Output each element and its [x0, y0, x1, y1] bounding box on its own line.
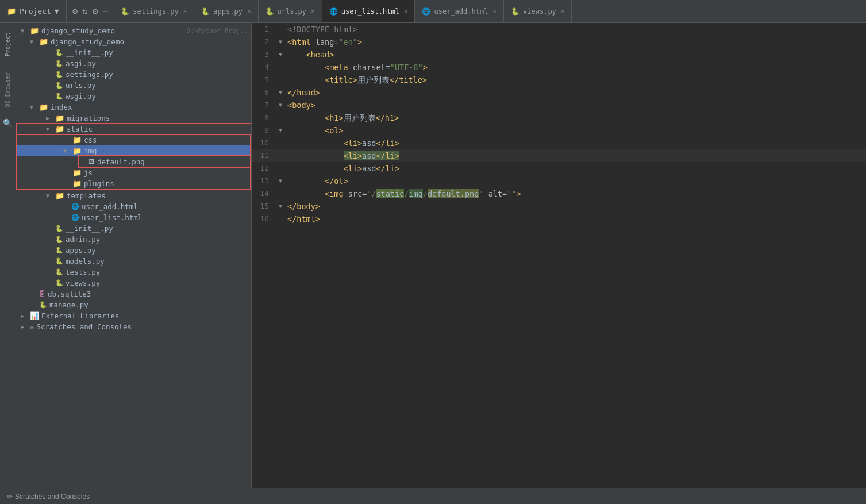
top-bar: 📁 Project ▼ ⊕ ⇅ ⚙ − 🐍 settings.py ✕ 🐍 ap…	[0, 0, 866, 23]
py-icon: 🐍	[55, 93, 63, 100]
tree-file-manage[interactable]: 🐍 manage.py	[16, 299, 251, 310]
scratches-icon: ✏	[7, 493, 13, 501]
tree-arrow	[30, 39, 37, 45]
py-icon: 🐍	[55, 60, 63, 67]
project-panel-icon[interactable]: Project	[3, 28, 12, 61]
file-tree: 📁 django_study_demo D:\Python_Proj... 📁 …	[16, 23, 252, 488]
add-icon[interactable]: ⊕	[72, 6, 78, 17]
tree-file-user-list-html[interactable]: 🌐 user_list.html	[16, 212, 251, 223]
minimize-icon[interactable]: −	[103, 6, 109, 17]
py-icon: 🐍	[55, 257, 63, 265]
scratches-label: Scratches and Consoles	[15, 493, 90, 501]
py-icon: 🐍	[265, 7, 274, 16]
py-icon: 🐍	[121, 7, 129, 16]
tree-arrow	[46, 115, 53, 121]
scratches-and-consoles[interactable]: ✏ Scratches and Consoles	[0, 493, 97, 501]
tree-root[interactable]: 📁 django_study_demo D:\Python_Proj...	[16, 25, 251, 36]
code-line-4: 4 <meta charset="UTF-8">	[252, 61, 866, 74]
py-icon: 🐍	[55, 82, 63, 89]
tab-user-add-html[interactable]: 🌐 user_add.html ✕	[415, 0, 504, 22]
tree-folder-django[interactable]: 📁 django_study_demo	[16, 36, 251, 47]
png-file-row: 🖼 default.png	[17, 156, 250, 167]
static-box-group: 📁 css 📁 img 🖼 default.png	[16, 134, 251, 190]
tree-file-asgi[interactable]: 🐍 asgi.py	[16, 58, 251, 69]
tree-file-wsgi[interactable]: 🐍 wsgi.py	[16, 91, 251, 102]
close-tab-views[interactable]: ✕	[561, 7, 565, 15]
bottom-bar: ✏ Scratches and Consoles	[0, 488, 866, 504]
folder-icon: 📁	[30, 26, 39, 35]
tree-file-default-png[interactable]: 🖼 default.png	[79, 156, 250, 167]
tree-file-init[interactable]: 🐍 __init__.py	[16, 47, 251, 58]
py-icon: 🐍	[55, 247, 63, 254]
tree-arrow	[63, 148, 70, 154]
folder-icon: 📁	[39, 103, 48, 111]
main-area: Project DB Browser 🔍 📁 django_study_demo…	[0, 23, 866, 488]
code-line-3: 3 ▼ <head>	[252, 48, 866, 61]
db-icon: 🗄	[39, 290, 45, 298]
code-line-6: 6 ▼ </head>	[252, 86, 866, 99]
tree-file-urls[interactable]: 🐍 urls.py	[16, 80, 251, 91]
tabs-bar: 🐍 settings.py ✕ 🐍 apps.py ✕ 🐍 urls.py ✕ …	[114, 0, 866, 22]
close-tab-apps[interactable]: ✕	[247, 7, 251, 15]
top-toolbar: ⊕ ⇅ ⚙ −	[67, 6, 114, 17]
tree-file-models[interactable]: 🐍 models.py	[16, 256, 251, 267]
scratches-label: Scratches and Consoles	[37, 322, 251, 331]
tree-external-libs[interactable]: 📊 External Libraries	[16, 310, 251, 321]
tab-urls[interactable]: 🐍 urls.py ✕	[259, 0, 322, 22]
tree-folder-css[interactable]: 📁 css	[17, 134, 250, 145]
code-line-5: 5 <title>用户列表</title>	[252, 74, 866, 86]
tree-file-index-init[interactable]: 🐍 __init__.py	[16, 223, 251, 234]
code-line-16: 16 </html>	[252, 213, 866, 225]
folder-icon: 📊	[30, 311, 39, 320]
folder-icon: 📁	[55, 191, 64, 200]
folder-icon: 📁	[72, 179, 82, 188]
db-browser-icon[interactable]: DB Browser	[3, 68, 12, 111]
py-icon: 🐍	[55, 236, 63, 243]
tree-file-tests[interactable]: 🐍 tests.py	[16, 267, 251, 278]
tree-file-db[interactable]: 🗄 db.sqlite3	[16, 288, 251, 299]
tree-file-settings[interactable]: 🐍 settings.py	[16, 69, 251, 80]
tree-arrow	[30, 104, 37, 110]
tree-file-apps[interactable]: 🐍 apps.py	[16, 245, 251, 256]
close-tab-urls[interactable]: ✕	[311, 7, 315, 15]
tree-folder-js[interactable]: 📁 js	[17, 167, 250, 178]
settings-icon[interactable]: ⚙	[93, 6, 98, 17]
tab-apps[interactable]: 🐍 apps.py ✕	[194, 0, 258, 22]
code-editor[interactable]: 1 <!DOCTYPE html> 2 ▼ <html lang="en"> 3…	[252, 23, 866, 488]
folder-icon: 📁	[39, 37, 48, 46]
tree-folder-templates[interactable]: 📁 templates	[16, 190, 251, 201]
close-tab-user-add[interactable]: ✕	[492, 7, 496, 15]
tree-folder-static[interactable]: 📁 static	[16, 124, 251, 134]
py-icon: 🐍	[55, 268, 63, 276]
close-tab-user-list[interactable]: ✕	[404, 7, 408, 15]
folder-icon: 📁	[72, 147, 82, 155]
tree-arrow	[21, 324, 28, 330]
code-line-7: 7 ▼ <body>	[252, 99, 866, 111]
tab-views[interactable]: 🐍 views.py ✕	[504, 0, 572, 22]
code-line-2: 2 ▼ <html lang="en">	[252, 36, 866, 48]
tab-settings[interactable]: 🐍 settings.py ✕	[114, 0, 194, 22]
static-selection-area: 📁 static 📁 css 📁 img	[16, 124, 251, 190]
tree-file-user-add-html[interactable]: 🌐 user_add.html	[16, 201, 251, 212]
layout-icon[interactable]: ⇅	[82, 6, 88, 17]
close-tab-settings[interactable]: ✕	[183, 7, 187, 15]
code-line-12: 12 <li>asd</li>	[252, 162, 866, 175]
tree-folder-plugins[interactable]: 📁 plugins	[17, 178, 250, 190]
tree-arrow	[46, 193, 53, 199]
project-dropdown[interactable]: 📁 Project ▼	[0, 0, 67, 22]
code-line-15: 15 ▼ </body>	[252, 200, 866, 213]
folder-icon: 📁	[55, 114, 64, 122]
tree-folder-img[interactable]: 📁 img	[17, 145, 250, 156]
py-icon: 🐍	[39, 301, 47, 309]
tab-user-list-html[interactable]: 🌐 user_list.html ✕	[322, 0, 415, 22]
tree-folder-migrations[interactable]: 📁 migrations	[16, 113, 251, 124]
search-icon[interactable]: 🔍	[3, 118, 13, 128]
tree-file-views[interactable]: 🐍 views.py	[16, 278, 251, 288]
py-icon: 🐍	[55, 71, 63, 78]
tree-file-admin[interactable]: 🐍 admin.py	[16, 234, 251, 245]
tree-folder-index[interactable]: 📁 index	[16, 102, 251, 113]
html-icon: 🌐	[71, 214, 79, 221]
py-icon: 🐍	[55, 225, 63, 232]
tree-scratches[interactable]: ✏ Scratches and Consoles	[16, 321, 251, 332]
tree-folder-name: django_study_demo	[51, 37, 251, 46]
